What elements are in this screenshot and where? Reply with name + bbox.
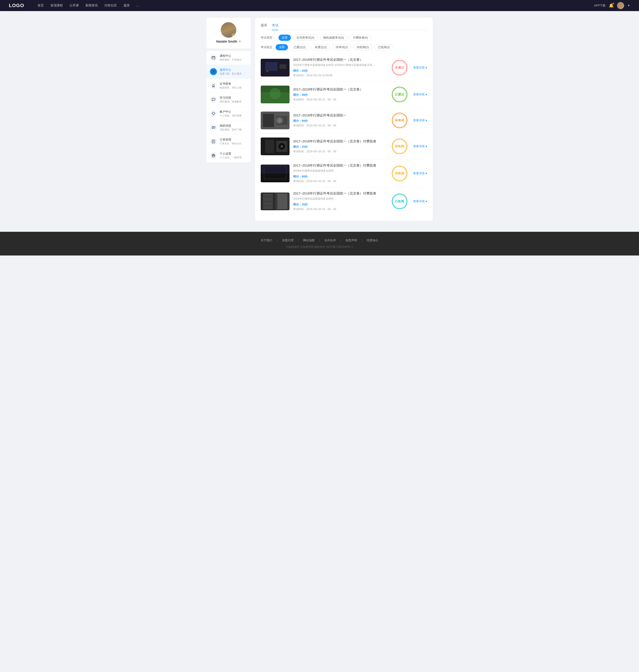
time-label: 考试时间： bbox=[293, 124, 307, 127]
exam-action-5[interactable]: 查看详情 bbox=[413, 172, 427, 175]
exam-score-2: 得分：99分 bbox=[293, 93, 388, 97]
nav-more[interactable]: ... bbox=[137, 3, 139, 7]
exam-time-5: 考试时间：2019–05–03 10：09：09 bbox=[293, 179, 388, 183]
tab-question-bank[interactable]: 题库 bbox=[261, 23, 267, 30]
time-value: 2019–05–03 10:09:09 bbox=[307, 74, 332, 77]
footer-divider: | bbox=[361, 239, 362, 242]
pending-stamp: 待考试 bbox=[392, 113, 407, 128]
exam-item-6: 2017–2018年行测证件考试全国统一（北京卷）付费批卷 2018年行测考试是… bbox=[261, 188, 427, 215]
exam-type-all[interactable]: 全部 bbox=[278, 35, 291, 41]
view-detail-link-5[interactable]: 查看详情 bbox=[413, 172, 427, 175]
status-all[interactable]: 全部 bbox=[276, 44, 288, 50]
svg-rect-42 bbox=[277, 194, 287, 209]
footer-franchise[interactable]: 加盟代理 bbox=[282, 238, 294, 242]
right-arrow-icon bbox=[426, 145, 427, 147]
notification-bell[interactable]: 🔔 bbox=[609, 3, 614, 8]
exam-title-4: 2017–2018年行测证件考试全国统一（北京卷）付费批卷 bbox=[293, 139, 388, 144]
view-detail-link-2[interactable]: 查看详情 bbox=[413, 93, 427, 96]
edit-icon[interactable]: ✏ bbox=[239, 40, 241, 43]
footer-about[interactable]: 关于我们 bbox=[261, 238, 272, 242]
sidebar-item-text-cert: 证书荣誉 收获荣誉，持证上岗 bbox=[220, 82, 247, 90]
exam-action-6[interactable]: 查看详情 bbox=[413, 199, 427, 203]
nav-question-bank[interactable]: 题库 bbox=[124, 3, 130, 7]
exam-info-2: 2017–2018年行测证件考试全国统一（北京卷） 得分：99分 考试时间：20… bbox=[293, 87, 388, 101]
nav-home[interactable]: 首页 bbox=[37, 3, 44, 7]
exam-action-2[interactable]: 查看详情 bbox=[413, 93, 427, 96]
sidebar-item-subtitle: 个人信息、一键管理 bbox=[220, 156, 247, 159]
right-arrow-icon bbox=[426, 173, 427, 174]
score-label: 得分： bbox=[293, 69, 302, 72]
exam-status-label: 考试状态 bbox=[261, 45, 272, 49]
sidebar-item-settings[interactable]: 个人设置 个人信息、一键管理 bbox=[206, 148, 251, 162]
exam-type-cert[interactable]: 证书类考试(4) bbox=[293, 35, 318, 41]
status-pending[interactable]: 待考试(2) bbox=[332, 44, 351, 50]
score-label: 得分： bbox=[293, 145, 302, 148]
right-arrow-icon bbox=[426, 67, 427, 68]
sidebar-item-question-bank[interactable]: 题库中心 海量习题，助力通关 bbox=[206, 65, 251, 79]
status-reviewing[interactable]: 待批阅(2) bbox=[354, 44, 372, 50]
exam-action-4[interactable]: 查看详情 bbox=[413, 144, 427, 148]
footer-partners[interactable]: 合作伙伴 bbox=[324, 238, 336, 242]
exam-title-2: 2017–2018年行测证件考试全国统一（北京卷） bbox=[293, 87, 388, 92]
score-label: 得分： bbox=[293, 119, 302, 123]
exam-time-2: 考试时间：2019–05–03 10：09：09 bbox=[293, 98, 388, 101]
footer-careers[interactable]: 招贤纳士 bbox=[367, 238, 378, 242]
sidebar-item-cert[interactable]: 证书荣誉 收获荣誉，持证上岗 bbox=[206, 79, 251, 93]
sidebar-item-subtitle: 海量习题，助力通关 bbox=[220, 72, 247, 76]
svg-point-8 bbox=[213, 84, 214, 86]
sidebar-item-course[interactable]: 课程中心 精彩课程，不容错过 bbox=[206, 51, 251, 65]
status-not-passed[interactable]: 未通过(2) bbox=[311, 44, 330, 50]
chevron-down-icon[interactable]: ▼ bbox=[627, 4, 630, 7]
footer-sitemap[interactable]: 网站地图 bbox=[303, 238, 315, 242]
exam-item-4: 2017–2018年行测证件考试全国统一（北京卷）付费批卷 得分：25分 考试时… bbox=[261, 133, 427, 159]
view-detail-link-1[interactable]: 查看详情 bbox=[413, 66, 427, 70]
sidebar-item-title: 个人设置 bbox=[220, 152, 247, 156]
status-passed[interactable]: 已通过(2) bbox=[290, 44, 309, 50]
view-detail-link-3[interactable]: 查看详情 bbox=[413, 118, 427, 123]
sidebar-item-title: 题库中心 bbox=[220, 68, 247, 72]
sidebar-item-title: 我的消息 bbox=[220, 124, 247, 128]
exam-desc-1: 2018年行测考试是最值得多去研究 2018年行测考试是最值得多去研究 2018… bbox=[293, 63, 377, 67]
time-label: 考试时间： bbox=[293, 150, 307, 153]
passed-stamp: 已通过 bbox=[392, 87, 407, 102]
footer-divider: | bbox=[298, 239, 299, 242]
footer-divider: | bbox=[319, 239, 320, 242]
sidebar-item-subtitle: 精彩课程，不容错过 bbox=[220, 58, 247, 61]
exam-desc-5: 2018年行测考试是最值得多去研究 bbox=[293, 169, 377, 173]
nav-qa[interactable]: 问答社区 bbox=[105, 3, 117, 7]
exam-action-1[interactable]: 查看详情 bbox=[413, 66, 427, 70]
time-label: 考试时间： bbox=[293, 74, 307, 77]
exam-action-3[interactable]: 查看详情 bbox=[413, 118, 427, 123]
exam-score-4: 得分：25分 bbox=[293, 145, 388, 149]
footer-disclaimer[interactable]: 免责声明 bbox=[345, 238, 357, 242]
medal-icon: 🏅 bbox=[233, 34, 235, 36]
svg-point-29 bbox=[278, 119, 281, 122]
app-download-link[interactable]: APP下载 bbox=[594, 3, 606, 7]
svg-rect-31 bbox=[265, 140, 274, 153]
nav-open-course[interactable]: 公开课 bbox=[69, 3, 79, 7]
logo[interactable]: LOGO bbox=[9, 3, 24, 9]
nav-discover[interactable]: 发现课程 bbox=[50, 3, 63, 7]
sidebar-item-order[interactable]: 订单管理 订单支出、明白白白 bbox=[206, 134, 251, 148]
tab-exam[interactable]: 考试 bbox=[272, 23, 278, 30]
exam-thumb-1 bbox=[261, 59, 290, 77]
view-detail-link-4[interactable]: 查看详情 bbox=[413, 144, 427, 148]
footer-copyright: Copyright® 云朵商学院 版权所有 京ICP备17051340号–1 bbox=[9, 245, 630, 249]
exam-time-1: 考试时间：2019–05–03 10:09:09 bbox=[293, 74, 388, 77]
list-icon bbox=[210, 68, 217, 75]
view-detail-link-6[interactable]: 查看详情 bbox=[413, 199, 427, 203]
exam-score-5: 得分：99分 bbox=[293, 175, 388, 178]
exam-type-paid[interactable]: 付费批卷(6) bbox=[350, 35, 371, 41]
sidebar-item-message[interactable]: 我的消息 消息通知、及时了解 bbox=[206, 121, 251, 134]
exam-status-stamp-3: 待考试 bbox=[392, 113, 409, 128]
nav-news[interactable]: 新闻资讯 bbox=[85, 3, 98, 7]
user-name: Natalie Smith bbox=[216, 39, 237, 43]
exam-type-random[interactable]: 随机抽题考试(5) bbox=[320, 35, 347, 41]
status-reviewed[interactable]: 已批阅(2) bbox=[375, 44, 393, 50]
sidebar-item-text-qbank: 题库中心 海量习题，助力通关 bbox=[220, 68, 247, 76]
exam-status-options: 全部 已通过(2) 未通过(2) 待考试(2) 待批阅(2) 已批阅(2) bbox=[276, 44, 393, 50]
exam-type-options: 全部 证书类考试(4) 随机抽题考试(5) 付费批卷(6) bbox=[278, 35, 371, 41]
sidebar-item-qa[interactable]: 学习问答 课后重温、疑难解答 bbox=[206, 93, 251, 107]
avatar[interactable] bbox=[617, 2, 624, 9]
sidebar-item-account[interactable]: 账户中心 个人权益、实时掌握 bbox=[206, 107, 251, 121]
